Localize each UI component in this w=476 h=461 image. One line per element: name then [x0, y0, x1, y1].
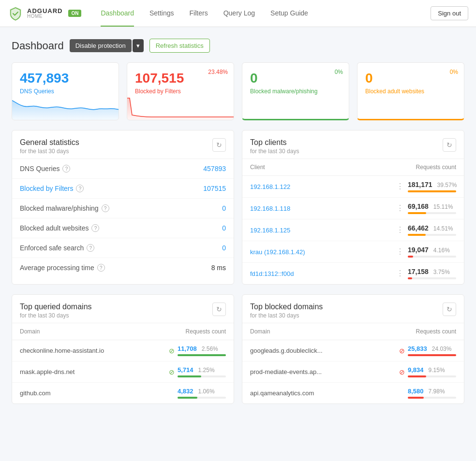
- stat-adult-text: Blocked adult websites: [20, 224, 89, 232]
- blocked-adult-card: 0% 0 Blocked adult websites: [357, 62, 464, 120]
- logo: ADGUARD HOME ON: [8, 6, 81, 21]
- blocked-domain-name-0: googleads.g.doubleclick...: [250, 347, 396, 354]
- stat-dns-help-icon[interactable]: ?: [62, 165, 70, 173]
- stat-row-malware: Blocked malware/phishing ? 0: [12, 199, 234, 218]
- col-requests: Requests count: [416, 164, 456, 171]
- client-row: 192.168.1.122 ⋮ 181,171 39.57%: [242, 176, 464, 198]
- client-dots-0[interactable]: ⋮: [396, 183, 404, 190]
- nav-settings[interactable]: Settings: [149, 0, 174, 27]
- general-stats-refresh-button[interactable]: ↻: [212, 138, 226, 152]
- client-dots-2[interactable]: ⋮: [396, 226, 404, 234]
- queried-bar-wrap-0: 11,708 2.56%: [178, 345, 226, 356]
- queried-pct-1: 1.25%: [198, 367, 215, 374]
- blocked-col-domain: Domain: [250, 328, 270, 335]
- protection-dropdown-button[interactable]: ▾: [133, 39, 144, 52]
- queried-col-domain: Domain: [20, 328, 40, 335]
- nav-setup-guide[interactable]: Setup Guide: [270, 0, 308, 27]
- client-name-3[interactable]: krau (192.168.1.42): [250, 248, 392, 256]
- nav-dashboard[interactable]: Dashboard: [101, 0, 134, 27]
- page-title: Dashboard: [12, 40, 64, 52]
- client-dots-4[interactable]: ⋮: [396, 270, 404, 277]
- top-blocked-table-header: Domain Requests count: [242, 323, 464, 340]
- stat-adult-help-icon[interactable]: ?: [91, 224, 99, 232]
- nav-filters[interactable]: Filters: [190, 0, 208, 27]
- blocked-bar-fill-1: [408, 375, 426, 377]
- stat-malware-help-icon[interactable]: ?: [102, 204, 109, 212]
- client-dots-3[interactable]: ⋮: [396, 248, 404, 256]
- client-row: fd1d:1312::f00d ⋮ 17,158 3.75%: [242, 263, 464, 284]
- top-blocked-title: Top blocked domains: [250, 303, 323, 311]
- blocked-count-2: 8,580: [408, 388, 424, 395]
- client-bar-wrap-1: 69,168 15.11%: [408, 202, 456, 214]
- client-row: 192.168.1.118 ⋮ 69,168 15.11%: [242, 198, 464, 219]
- stat-safe-search-help-icon[interactable]: ?: [87, 244, 94, 252]
- queried-bar-bg-2: [178, 397, 226, 399]
- stat-malware-text: Blocked malware/phishing: [20, 204, 99, 212]
- blocked-count-1: 9,834: [408, 366, 424, 374]
- blocked-malware-pct: 0%: [335, 69, 343, 75]
- general-stats-header: General statistics for the last 30 days …: [12, 130, 234, 159]
- dashboard-header: Dashboard Disable protection ▾ Refresh s…: [12, 39, 464, 53]
- client-pct-2: 14.51%: [433, 225, 453, 232]
- stat-adult-label: Blocked adult websites ?: [20, 224, 99, 232]
- top-blocked-title-area: Top blocked domains for the last 30 days: [250, 303, 323, 319]
- stat-filters-help-icon[interactable]: ?: [76, 185, 84, 192]
- client-count-4: 17,158: [408, 268, 429, 275]
- queried-pct-2: 1.06%: [198, 388, 215, 395]
- queried-col-requests: Requests count: [186, 328, 226, 335]
- top-clients-refresh-button[interactable]: ↻: [443, 138, 456, 152]
- client-name-0[interactable]: 192.168.1.122: [250, 183, 392, 190]
- protection-controls: Disable protection ▾: [70, 39, 144, 52]
- client-bar-fill-2: [408, 234, 426, 236]
- stat-row-filters: Blocked by Filters ? 107515: [12, 179, 234, 199]
- blocked-pct-2: 7.98%: [429, 388, 445, 395]
- client-name-2[interactable]: 192.168.1.125: [250, 227, 392, 234]
- top-blocked-refresh-button[interactable]: ↻: [443, 303, 456, 316]
- client-name-1[interactable]: 192.168.1.118: [250, 205, 392, 212]
- client-row: krau (192.168.1.42) ⋮ 19,047 4.16%: [242, 241, 464, 263]
- top-queried-table-header: Domain Requests count: [12, 323, 234, 340]
- blocked-bar-wrap-2: 8,580 7.98%: [408, 388, 456, 399]
- stat-filters-label[interactable]: Blocked by Filters ?: [20, 185, 84, 192]
- blocked-bar-bg-0: [408, 354, 456, 356]
- nav-query-log[interactable]: Query Log: [223, 0, 255, 27]
- client-bar-fill-0: [408, 190, 456, 192]
- client-name-4[interactable]: fd1d:1312::f00d: [250, 270, 392, 277]
- sign-out-button[interactable]: Sign out: [431, 6, 468, 20]
- bottom-section: Top queried domains for the last 30 days…: [12, 294, 464, 404]
- client-dots-1[interactable]: ⋮: [396, 204, 404, 212]
- queried-bar-bg-0: [178, 354, 226, 356]
- stat-dns-text: DNS Queries: [20, 165, 60, 173]
- stat-malware-value: 0: [222, 204, 226, 212]
- top-queried-panel: Top queried domains for the last 30 days…: [12, 294, 234, 404]
- blocked-pct-0: 24.03%: [432, 346, 452, 352]
- stat-row-dns: DNS Queries ? 457893: [12, 159, 234, 179]
- blocked-count-0: 25,833: [408, 345, 427, 352]
- client-bar-fill-3: [408, 256, 413, 258]
- blocked-malware-card: 0% 0 Blocked malware/phishing: [242, 62, 349, 120]
- stat-adult-value: 0: [222, 224, 226, 232]
- disable-protection-button[interactable]: Disable protection: [70, 39, 132, 52]
- client-count-1: 69,168: [408, 202, 429, 210]
- main-content: Dashboard Disable protection ▾ Refresh s…: [0, 27, 476, 416]
- client-row: 192.168.1.125 ⋮ 66,462 14.51%: [242, 219, 464, 241]
- queried-domain-row-2: github.com 4,832 1.06%: [12, 383, 234, 403]
- nav-links: Dashboard Settings Filters Query Log Set…: [101, 0, 431, 27]
- status-badge: ON: [68, 10, 81, 17]
- refresh-statistics-button[interactable]: Refresh statistics: [149, 39, 210, 53]
- dns-queries-number: 457,893: [20, 71, 111, 86]
- queried-count-2: 4,832: [178, 388, 193, 395]
- blocked-filters-card: 23.48% 107,515 Blocked by Filters: [127, 62, 234, 120]
- top-queried-refresh-button[interactable]: ↻: [212, 303, 226, 316]
- col-client: Client: [250, 164, 265, 171]
- client-pct-1: 15.11%: [433, 203, 453, 210]
- queried-domain-name-1: mask.apple-dns.net: [20, 368, 166, 375]
- stat-avg-time-help-icon[interactable]: ?: [97, 264, 105, 272]
- blocked-adult-number: 0: [365, 71, 456, 86]
- stat-dns-value: 457893: [203, 165, 226, 173]
- blocked-filters-pct: 23.48%: [208, 69, 228, 75]
- queried-bar-wrap-2: 4,832 1.06%: [178, 388, 226, 399]
- client-count-0: 181,171: [408, 181, 432, 188]
- sign-out-area: Sign out: [431, 6, 468, 20]
- client-bar-bg-3: [408, 256, 456, 258]
